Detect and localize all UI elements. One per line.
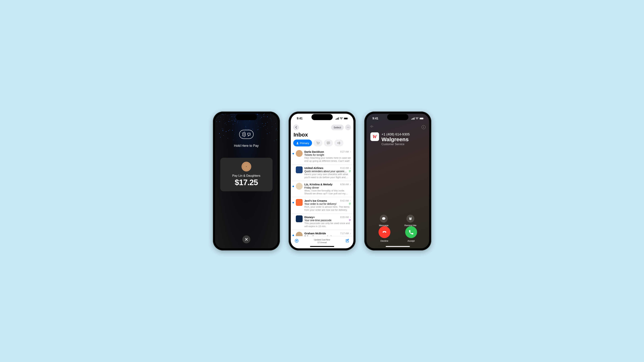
person-icon <box>296 142 299 144</box>
svg-rect-30 <box>372 126 372 127</box>
mail-list[interactable]: Darla Davidson9:27 AM›Tickets for tonigh… <box>291 148 354 236</box>
svg-rect-20 <box>411 119 412 120</box>
decline-button[interactable] <box>378 226 390 238</box>
svg-rect-3 <box>338 117 339 120</box>
audio-waveform-icon <box>370 125 374 129</box>
mail-row[interactable]: Graham McBride7:17 AM›Tell us if you can… <box>291 230 354 236</box>
close-button[interactable] <box>242 235 250 243</box>
sender-avatar <box>296 183 302 190</box>
mail-time: 8:42 AM <box>340 199 349 202</box>
call-main-actions: Decline Accept <box>366 226 429 242</box>
mail-row[interactable]: United Airlines9:10 AM›Quick reminders a… <box>291 165 354 181</box>
mail-time: 8:58 AM <box>340 183 349 186</box>
filter-button[interactable] <box>294 238 300 244</box>
caller-number: +1 (408) 614-9305 <box>382 132 410 136</box>
mail-header: Select <box>291 123 354 130</box>
chevron-right-icon: › <box>350 183 351 186</box>
dynamic-island <box>387 114 408 120</box>
mail-preview: Rich, your order is almost here. The ite… <box>304 206 351 212</box>
sender-name: United Airlines <box>304 166 323 169</box>
tab-updates[interactable] <box>324 140 333 146</box>
svg-rect-23 <box>414 117 414 120</box>
sender-name: Disney+ <box>304 216 315 219</box>
svg-point-7 <box>347 127 347 128</box>
svg-rect-31 <box>373 126 373 127</box>
info-button[interactable]: i <box>422 125 426 129</box>
caller-name: Walgreens <box>382 136 410 142</box>
svg-rect-22 <box>413 118 414 120</box>
svg-rect-26 <box>424 118 424 119</box>
svg-point-8 <box>348 127 348 128</box>
unread-indicator <box>292 202 294 203</box>
chat-icon <box>327 142 330 145</box>
home-indicator[interactable] <box>386 246 410 247</box>
svg-rect-27 <box>370 126 370 127</box>
home-indicator[interactable] <box>310 246 334 247</box>
merchant-name: Pay Lin & Daughters <box>232 174 260 178</box>
tab-promotions[interactable] <box>334 140 343 146</box>
svg-point-12 <box>318 144 319 144</box>
compose-button[interactable] <box>344 238 350 244</box>
payment-card: ✦ Pay Lin & Daughters $17.25 <box>220 158 272 191</box>
chevron-right-icon: › <box>350 166 351 170</box>
unread-indicator <box>292 235 294 236</box>
svg-rect-21 <box>412 118 413 120</box>
accept-label: Accept <box>408 240 415 242</box>
category-tabs: Primary <box>291 140 354 148</box>
unread-indicator <box>292 186 294 187</box>
mail-subject: Your order is out for delivery! <box>304 202 336 205</box>
call-screen: 9:41 i W +1 (408) 614-9305 Walgreens Cus… <box>366 114 429 248</box>
status-time: 9:41 <box>372 117 378 120</box>
unread-count: 12 Unread <box>314 241 330 244</box>
more-button[interactable] <box>345 124 351 130</box>
svg-point-10 <box>297 142 298 143</box>
accept-button[interactable] <box>405 226 417 238</box>
mail-subject: Your one-time passcode <box>304 219 332 222</box>
mail-row[interactable]: Disney+8:05 AM›Your one-time passcode💬︎T… <box>291 214 354 230</box>
remind-button[interactable] <box>406 215 414 223</box>
battery-icon <box>344 117 348 120</box>
message-button[interactable] <box>380 215 388 223</box>
battery-icon <box>420 117 424 120</box>
mail-preview: Wow, I love the formality of this invite… <box>304 189 351 195</box>
status-time: 9:41 <box>297 117 302 120</box>
sender-avatar <box>296 232 302 236</box>
mail-row[interactable]: Darla Davidson9:27 AM›Tickets for tonigh… <box>291 148 354 165</box>
mail-preview: Here's your very own checklist with what… <box>304 173 351 179</box>
mail-subject: Tickets for tonight <box>304 153 324 156</box>
cellular-icon <box>411 117 414 120</box>
tab-primary[interactable]: Primary <box>293 140 312 146</box>
svg-rect-1 <box>336 118 337 120</box>
svg-rect-29 <box>372 125 372 128</box>
back-button[interactable] <box>293 124 299 130</box>
contactless-icon <box>239 130 254 139</box>
svg-rect-0 <box>336 119 336 120</box>
updated-text: Updated Just Now <box>314 238 330 241</box>
phone-mail: 9:41 Select Inbox Primary <box>288 111 356 251</box>
sender-avatar <box>296 166 302 173</box>
chevron-right-icon: › <box>350 232 351 235</box>
dynamic-island <box>236 114 257 120</box>
sender-avatar <box>296 199 302 206</box>
sender-avatar <box>296 215 302 222</box>
inbox-title: Inbox <box>291 130 354 140</box>
tab-shopping[interactable] <box>314 140 322 146</box>
phone-apple-pay: Hold Here to Pay ✦ Pay Lin & Daughters $… <box>213 111 280 251</box>
tab-primary-label: Primary <box>300 142 309 145</box>
unread-indicator <box>292 153 294 154</box>
mail-time: 9:10 AM <box>340 167 349 169</box>
svg-rect-2 <box>338 118 338 120</box>
toolbar-status: Updated Just Now 12 Unread <box>314 238 330 244</box>
select-button[interactable]: Select <box>331 125 344 130</box>
pay-screen: Hold Here to Pay ✦ Pay Lin & Daughters $… <box>215 114 278 248</box>
decline-label: Decline <box>380 240 388 242</box>
sender-name: Graham McBride <box>304 232 326 235</box>
mail-row[interactable]: Jeni's Ice Creams8:42 AM›Your order is o… <box>291 197 354 214</box>
chevron-right-icon: › <box>350 215 351 219</box>
mail-screen: 9:41 Select Inbox Primary <box>291 114 354 248</box>
megaphone-icon <box>337 142 340 144</box>
hold-prompt: Hold Here to Pay <box>234 144 259 148</box>
svg-rect-6 <box>348 118 348 119</box>
cellular-icon <box>336 117 339 120</box>
mail-row[interactable]: Liz, Kristina & Melody8:58 AM›Friday din… <box>291 181 354 197</box>
